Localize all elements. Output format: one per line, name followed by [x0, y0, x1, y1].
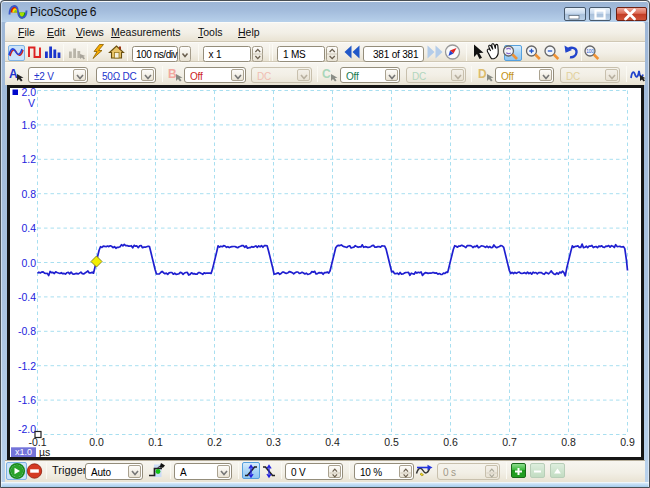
- svg-text:0.0: 0.0: [89, 436, 104, 448]
- svg-text:0.4: 0.4: [325, 436, 340, 448]
- svg-text:-2.0: -2.0: [18, 423, 36, 435]
- svg-text:-0.4: -0.4: [18, 291, 36, 303]
- svg-text:µs: µs: [39, 446, 50, 457]
- svg-text:0.7: 0.7: [502, 436, 517, 448]
- svg-text:0.1: 0.1: [148, 436, 163, 448]
- svg-text:0.5: 0.5: [384, 436, 399, 448]
- svg-text:-1.2: -1.2: [18, 360, 36, 372]
- svg-text:V: V: [28, 97, 35, 109]
- svg-text:1.6: 1.6: [21, 119, 36, 131]
- svg-text:1.2: 1.2: [21, 153, 36, 165]
- svg-text:0.9: 0.9: [620, 436, 635, 448]
- svg-text:100: 100: [586, 49, 594, 54]
- svg-text:0.8: 0.8: [21, 188, 36, 200]
- svg-text:-0.8: -0.8: [18, 325, 36, 337]
- svg-text:0.6: 0.6: [443, 436, 458, 448]
- svg-text:0.2: 0.2: [207, 436, 222, 448]
- svg-text:0.8: 0.8: [561, 436, 576, 448]
- svg-text:x1.0: x1.0: [15, 447, 32, 457]
- svg-text:0.3: 0.3: [266, 436, 281, 448]
- svg-text:0.4: 0.4: [21, 222, 36, 234]
- svg-text:-1.6: -1.6: [18, 394, 36, 406]
- svg-text:0.0: 0.0: [21, 257, 36, 269]
